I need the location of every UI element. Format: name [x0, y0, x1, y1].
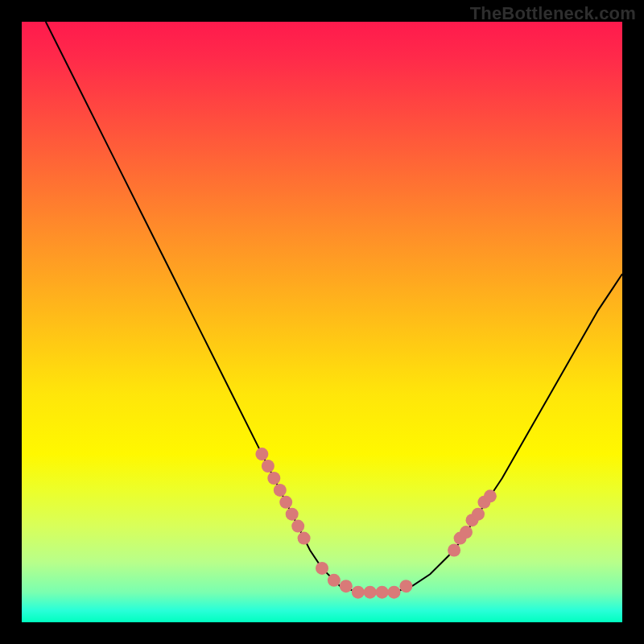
curve-marker	[274, 484, 287, 497]
bottleneck-curve	[46, 22, 622, 592]
curve-marker	[286, 508, 299, 521]
curve-marker	[255, 448, 268, 460]
curve-marker	[388, 586, 401, 599]
curve-marker	[316, 562, 328, 575]
curve-markers	[255, 448, 497, 599]
curve-marker	[399, 580, 412, 592]
curve-marker	[364, 586, 377, 599]
curve-marker	[291, 520, 304, 533]
curve-marker	[328, 574, 341, 587]
curve-marker	[262, 460, 275, 473]
curve-marker	[352, 586, 365, 599]
curve-marker	[472, 508, 485, 521]
curve-marker	[298, 532, 311, 545]
curve-marker	[376, 586, 389, 599]
curve-marker	[484, 489, 497, 502]
curve-marker	[448, 544, 460, 557]
curve-marker	[267, 472, 280, 485]
curve-layer	[22, 22, 622, 622]
curve-marker	[460, 526, 473, 539]
curve-marker	[340, 580, 353, 592]
curve-marker	[279, 496, 292, 509]
